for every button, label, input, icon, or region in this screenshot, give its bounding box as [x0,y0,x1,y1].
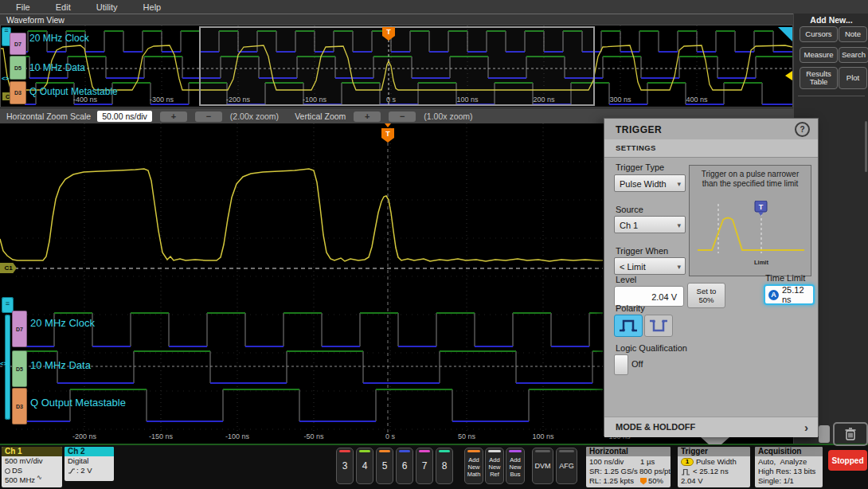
afg-stripe [559,450,574,452]
axis-tick-label: 400 ns [676,96,717,104]
horizontal-position: 50% [648,476,663,486]
vertical-zoom-factor: (1.00x zoom) [424,111,472,121]
overview-d5-badge[interactable]: D5 [10,56,26,80]
trigger-type: Pulse Width [696,457,737,467]
menu-help[interactable]: Help [134,2,171,12]
help-icon[interactable]: ? [795,122,810,137]
source-label: Source [616,205,643,214]
mode-holdoff-bar[interactable]: MODE & HOLDOFF › [604,417,818,437]
polarity-negative-button[interactable] [644,315,673,337]
channel-button-7[interactable]: 7 [416,448,433,484]
add-cursors-button[interactable]: Cursors [800,26,838,42]
axis-tick-label: -150 ns [140,432,182,440]
set-to-50-button[interactable]: Set to 50% [687,283,725,308]
dvm-stripe [535,450,550,452]
ch2-badge[interactable]: Ch 2 Digital : 2 V [65,447,114,481]
main-d3-badge[interactable]: D3 [12,388,27,424]
zoom-window-box[interactable] [200,27,594,105]
time-limit-input[interactable]: A 25.12 ns [764,284,815,305]
digital-group-expand-icon[interactable]: <> [0,360,7,367]
tab-settings[interactable]: SETTINGS [616,143,656,152]
afg-button[interactable]: AFG [556,448,577,484]
waveform-overview: T ≡ <> C1 D7 D5 D3 20 MHz Clock 10 MHz D… [0,25,793,108]
acquisition-badge[interactable]: Acquisition Auto, Analyze High Res: 13 b… [755,447,823,487]
trigger-type-label: Trigger Type [616,162,664,172]
main-digital-group-bar[interactable] [5,315,10,420]
trigger-source-icon: 1 [681,458,694,466]
horizontal-zoom-factor: (2.00x zoom) [230,111,279,121]
trigger-position-arrow-icon [385,123,391,127]
main-d7-badge[interactable]: D7 [12,311,27,347]
channel-button-6[interactable]: 6 [396,448,413,484]
axis-tick-label: -300 ns [141,96,182,104]
dvm-button[interactable]: DVM [532,448,553,484]
overview-d7-badge[interactable]: D7 [10,33,26,55]
trigger-position-icon [640,478,647,485]
vertical-zoom-in-button[interactable]: + [354,111,381,122]
pulse-icon [681,468,691,475]
diagram-trigger-flag-pointer [758,212,764,216]
add-new-ref-button[interactable]: Add New Ref [485,448,504,484]
polarity-positive-button[interactable] [614,315,643,337]
add-note-button[interactable]: Note [839,26,867,42]
trigger-badge[interactable]: Trigger 1Pulse Width < 25.12 ns 2.04 V [678,447,750,487]
stopped-status-button[interactable]: Stopped [828,450,867,471]
add-new-math-button[interactable]: Add New Math [464,448,483,484]
sidebar-scrollbar[interactable] [865,121,867,172]
vertical-zoom-out-button[interactable]: − [389,111,416,122]
trigger-description-box: Trigger on a pulse narrower than the spe… [689,165,811,276]
channel-button-row: 345678 [336,448,453,484]
ch1-badge[interactable]: Ch 1 500 mV/div DS 500 MHz∿ [2,447,62,487]
add-button-color-stripe [467,450,480,452]
trigger-type-dropdown[interactable]: Pulse Width ▾ [614,174,686,192]
add-measure-button[interactable]: Measure [800,47,838,63]
trigger-level-arrow-icon[interactable] [785,71,792,80]
main-d5-badge[interactable]: D5 [12,350,27,387]
source-dropdown[interactable]: Ch 1 ▾ [614,216,686,233]
partially-hidden-button[interactable] [819,425,830,443]
axis-tick-label: 50 ns [446,432,487,440]
knob-a-icon: A [768,290,779,300]
horizontal-zoom-scale-value[interactable]: 50.00 ns/div [97,111,152,122]
horizontal-zoom-in-button[interactable]: + [160,111,187,122]
menu-utility[interactable]: Utility [87,2,127,12]
channel-color-stripe [359,450,370,452]
channel-button-5[interactable]: 5 [376,448,393,484]
digital-group-expand-icon[interactable]: <> [2,75,9,82]
channel-button-8[interactable]: 8 [436,448,453,484]
status-bar: Ch 1 500 mV/div DS 500 MHz∿ Ch 2 Digital… [0,445,868,489]
tab-waveform-view[interactable]: Waveform View [0,14,800,25]
axis-tick-label: -200 ns [217,96,259,104]
axis-tick-label: -100 ns [217,432,258,440]
diagram-trigger-flag-label: T [759,203,764,211]
horizontal-badge[interactable]: Horizontal 100 ns/div1 µs SR: 1.25 GS/s8… [586,447,671,487]
channel-button-4[interactable]: 4 [356,448,373,484]
channel-color-stripe [399,450,410,452]
axis-tick-label: 0 s [369,432,411,440]
horizontal-badge-title: Horizontal [586,447,671,456]
ch1-badge-title: Ch 1 [2,447,62,456]
main-trigger-flag-label: T [385,130,390,138]
menu-file[interactable]: File [6,2,40,12]
main-d7-label: 20 MHz Clock [30,317,95,329]
level-label: Level [616,275,636,284]
trigger-when-dropdown[interactable]: < Limit ▾ [614,257,686,275]
channel-button-3[interactable]: 3 [336,448,354,484]
horizontal-zoom-out-button[interactable]: − [195,111,222,122]
polarity-label: Polarity [616,303,645,313]
trigger-panel-tabs: SETTINGS [604,139,818,158]
acquisition-badge-title: Acquisition [755,447,823,456]
add-new-button-row: Add New MathAdd New RefAdd New Bus [464,448,525,484]
ch2-badge-title: Ch 2 [65,447,114,456]
diagram-limit-label: Limit [754,259,768,266]
add-new-bus-button[interactable]: Add New Bus [506,448,525,484]
add-search-button[interactable]: Search [839,47,868,63]
add-results-table-button[interactable]: Results Table [800,67,838,89]
draw-zoom-box-icon[interactable] [778,27,792,41]
overview-plot: T [1,25,792,107]
add-plot-button[interactable]: Plot [839,67,867,89]
logic-qualification-toggle[interactable] [614,354,628,375]
trigger-level: 2.04 V [681,476,702,486]
delete-button[interactable] [833,422,868,446]
menu-edit[interactable]: Edit [46,2,80,12]
